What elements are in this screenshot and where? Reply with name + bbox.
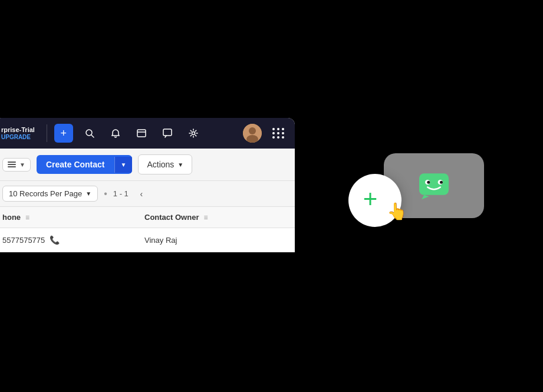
table-row: 5577575775 📞 Vinay Raj [0, 228, 295, 252]
avatar-image [243, 124, 262, 143]
plus-icon: + [363, 187, 378, 212]
create-contact-label: Create Contact [37, 155, 114, 174]
view-toggle-button[interactable]: ▼ [2, 158, 31, 172]
nav-divider [47, 124, 47, 142]
actions-dropdown-arrow: ▼ [177, 162, 183, 168]
phone-column-label: hone [2, 213, 21, 222]
top-nav: rprise-Trial UPGRADE + [0, 118, 295, 149]
phone-value: 5577575775 [2, 236, 45, 245]
per-page-label: 10 Records Per Page [9, 189, 82, 198]
owner-column-label: Contact Owner [144, 213, 199, 222]
nav-window-button[interactable] [132, 124, 151, 143]
svg-rect-2 [137, 130, 146, 137]
svg-rect-9 [419, 173, 449, 195]
contacts-table: hone ≡ Contact Owner ≡ 5577575775 📞 Vina… [0, 207, 295, 252]
svg-line-1 [91, 135, 94, 137]
list-view-icon [8, 162, 16, 167]
phone-column-header: hone ≡ [2, 213, 144, 222]
nav-plus-button[interactable]: + [54, 124, 73, 143]
phone-cell: 5577575775 📞 [2, 235, 144, 245]
actions-label: Actions [147, 160, 174, 169]
nav-bell-button[interactable] [106, 124, 125, 143]
per-page-select[interactable]: 10 Records Per Page ▼ [2, 186, 98, 202]
nav-grid-button[interactable] [269, 124, 288, 143]
actions-button[interactable]: Actions ▼ [138, 154, 192, 174]
toolbar-row: ▼ Create Contact ▼ Actions ▼ [0, 149, 295, 181]
owner-column-header: Contact Owner ≡ [144, 213, 287, 222]
user-avatar[interactable] [243, 124, 262, 143]
app-window: rprise-Trial UPGRADE + [0, 118, 295, 252]
create-contact-dropdown-arrow[interactable]: ▼ [114, 157, 133, 173]
page-range: 1 - 1 [113, 189, 129, 198]
owner-sort-icon[interactable]: ≡ [203, 213, 208, 222]
nav-chat-button[interactable] [158, 124, 177, 143]
add-contact-circle[interactable]: + 👆 [348, 174, 402, 227]
svg-point-13 [440, 181, 443, 184]
svg-point-11 [427, 181, 430, 184]
grid-icon [272, 128, 285, 139]
owner-value: Vinay Raj [144, 236, 177, 245]
phone-sort-icon[interactable]: ≡ [25, 213, 29, 222]
table-header: hone ≡ Contact Owner ≡ [0, 207, 295, 228]
owner-cell: Vinay Raj [144, 236, 287, 245]
view-dropdown-arrow: ▼ [19, 162, 25, 168]
per-page-arrow: ▼ [85, 190, 91, 197]
brand-section: rprise-Trial UPGRADE [1, 126, 35, 140]
svg-rect-4 [163, 129, 172, 136]
phone-icon[interactable]: 📞 [50, 235, 60, 245]
svg-point-7 [249, 127, 256, 134]
chatbot-icon [416, 171, 452, 200]
nav-settings-button[interactable] [184, 124, 203, 143]
create-contact-button[interactable]: Create Contact ▼ [37, 155, 133, 174]
brand-upgrade: UPGRADE [1, 134, 35, 140]
bullet-separator: • [104, 189, 107, 199]
pagination-row: 10 Records Per Page ▼ • 1 - 1 ‹ [0, 181, 295, 207]
nav-search-button[interactable] [80, 124, 99, 143]
svg-point-5 [192, 132, 195, 135]
page-prev-button[interactable]: ‹ [134, 187, 149, 201]
cursor-icon: 👆 [387, 202, 407, 221]
brand-name: rprise-Trial [1, 126, 35, 134]
